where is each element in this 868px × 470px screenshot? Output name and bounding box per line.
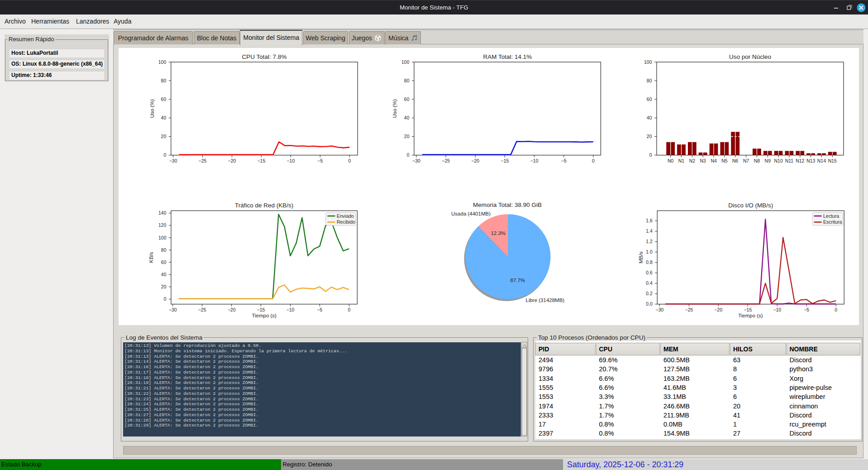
svg-text:Uso por Núcleo: Uso por Núcleo [729, 53, 771, 60]
svg-text:−15: −15 [501, 158, 509, 163]
svg-text:N5: N5 [721, 158, 728, 163]
svg-text:N11: N11 [785, 158, 794, 163]
svg-text:Escritura: Escritura [823, 219, 842, 225]
svg-text:100: 100 [158, 59, 167, 65]
svg-text:20: 20 [161, 134, 167, 139]
svg-text:0: 0 [163, 152, 166, 158]
svg-text:−5: −5 [561, 158, 567, 163]
svg-text:Uso (%): Uso (%) [149, 99, 155, 118]
svg-text:N12: N12 [796, 158, 804, 163]
svg-text:−20: −20 [228, 158, 236, 163]
svg-text:N6: N6 [732, 158, 739, 163]
svg-text:1.4: 1.4 [646, 228, 653, 234]
svg-text:20: 20 [161, 284, 167, 289]
svg-text:−5: −5 [317, 158, 323, 163]
svg-text:−25: −25 [199, 158, 207, 163]
svg-text:0: 0 [835, 307, 837, 312]
svg-text:−5: −5 [317, 307, 322, 312]
svg-text:140: 140 [158, 210, 167, 216]
svg-text:−30: −30 [412, 158, 420, 163]
svg-text:−20: −20 [471, 158, 479, 163]
svg-text:120: 120 [158, 222, 167, 228]
svg-text:0.8: 0.8 [646, 259, 653, 265]
svg-text:−15: −15 [257, 158, 265, 163]
svg-text:Disco I/O (MB/s): Disco I/O (MB/s) [728, 202, 773, 209]
svg-text:1.6: 1.6 [646, 218, 653, 223]
svg-text:−10: −10 [286, 307, 295, 312]
svg-text:Enviado: Enviado [337, 213, 354, 219]
svg-text:N13: N13 [806, 158, 815, 163]
svg-text:0: 0 [649, 152, 652, 158]
svg-text:N15: N15 [828, 158, 837, 163]
svg-text:40: 40 [161, 115, 167, 120]
svg-text:80: 80 [161, 78, 167, 83]
svg-text:80: 80 [161, 247, 167, 253]
svg-text:60: 60 [404, 96, 410, 102]
svg-text:Memoria Total: 38.90 GiB: Memoria Total: 38.90 GiB [473, 201, 542, 208]
svg-text:0.4: 0.4 [646, 280, 653, 286]
svg-text:Uso (%): Uso (%) [392, 99, 397, 118]
svg-text:Recibido: Recibido [337, 219, 355, 225]
svg-text:100: 100 [158, 235, 167, 240]
svg-text:0.0: 0.0 [646, 301, 653, 307]
svg-text:−15: −15 [744, 307, 752, 312]
svg-text:N0: N0 [668, 158, 674, 163]
svg-text:−25: −25 [685, 307, 693, 312]
svg-text:100: 100 [644, 59, 652, 65]
svg-text:80: 80 [404, 78, 410, 83]
svg-text:KB/s: KB/s [148, 252, 154, 263]
svg-text:−30: −30 [169, 158, 177, 163]
svg-text:RAM Total: 14.1%: RAM Total: 14.1% [483, 53, 532, 60]
svg-text:0: 0 [164, 296, 167, 302]
svg-text:−10: −10 [773, 307, 781, 312]
svg-text:N2: N2 [689, 158, 696, 163]
svg-text:N4: N4 [711, 158, 717, 163]
svg-text:N9: N9 [765, 158, 771, 163]
svg-text:100: 100 [401, 59, 410, 65]
svg-text:N7: N7 [743, 158, 749, 163]
svg-text:−25: −25 [198, 307, 206, 312]
svg-text:0: 0 [407, 152, 410, 158]
svg-text:87.7%: 87.7% [510, 278, 525, 283]
svg-text:CPU Total: 7.8%: CPU Total: 7.8% [242, 53, 287, 60]
svg-text:N14: N14 [817, 158, 826, 163]
svg-text:12.3%: 12.3% [491, 230, 506, 236]
svg-text:0.6: 0.6 [646, 270, 653, 275]
svg-text:Tiempo (s): Tiempo (s) [252, 313, 277, 318]
svg-text:0.2: 0.2 [646, 291, 653, 296]
svg-text:Usada (4401MB): Usada (4401MB) [451, 211, 491, 216]
svg-text:−30: −30 [169, 307, 177, 312]
svg-text:Tráfico de Red (KB/s): Tráfico de Red (KB/s) [235, 202, 293, 209]
svg-text:60: 60 [161, 96, 167, 102]
svg-text:−10: −10 [530, 158, 539, 163]
svg-text:80: 80 [647, 78, 652, 83]
svg-text:N3: N3 [700, 158, 706, 163]
svg-text:N1: N1 [678, 158, 685, 163]
svg-text:−30: −30 [656, 307, 664, 312]
svg-text:40: 40 [647, 115, 652, 120]
svg-text:N8: N8 [754, 158, 760, 163]
svg-text:Lectura: Lectura [823, 213, 839, 219]
svg-text:40: 40 [161, 272, 167, 277]
svg-text:60: 60 [161, 259, 167, 265]
svg-text:0: 0 [348, 158, 351, 163]
svg-text:−5: −5 [804, 307, 809, 312]
svg-text:0: 0 [592, 158, 595, 163]
svg-text:−20: −20 [714, 307, 722, 312]
svg-text:−15: −15 [257, 307, 265, 312]
svg-text:N10: N10 [774, 158, 782, 163]
svg-text:20: 20 [404, 134, 410, 139]
svg-text:60: 60 [647, 96, 652, 102]
svg-text:MB/s: MB/s [638, 251, 644, 263]
svg-text:1.2: 1.2 [646, 239, 653, 244]
svg-text:−20: −20 [228, 307, 236, 312]
svg-text:20: 20 [647, 134, 652, 139]
svg-text:Tiempo (s): Tiempo (s) [738, 313, 763, 318]
svg-text:−25: −25 [442, 158, 450, 163]
svg-text:1.0: 1.0 [646, 249, 653, 254]
svg-text:Libre (31428MB): Libre (31428MB) [526, 297, 565, 303]
svg-text:0: 0 [348, 307, 350, 312]
svg-text:−10: −10 [286, 158, 295, 163]
svg-text:40: 40 [404, 115, 410, 120]
